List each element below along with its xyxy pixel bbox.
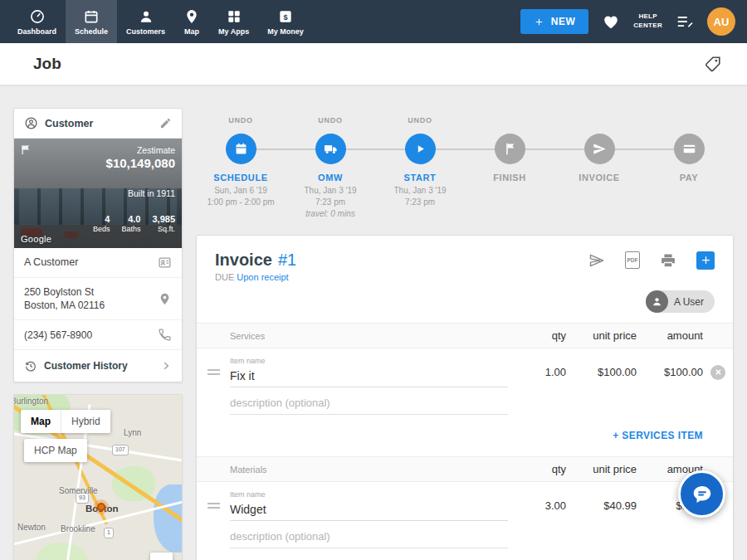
nav-my-money[interactable]: $ My Money: [258, 0, 313, 43]
col-unit-price: unit price: [566, 463, 637, 475]
pdf-button[interactable]: PDF: [625, 251, 640, 269]
sidebar: Customer Zestimate $10,149,080 Built in …: [13, 108, 183, 560]
user-avatar-small: [646, 290, 668, 313]
service-item-qty[interactable]: 1.00: [516, 366, 566, 378]
nav-customers[interactable]: Customers: [117, 0, 174, 43]
invoice-step-button[interactable]: [584, 134, 615, 164]
sqft-label: Sq.ft.: [152, 225, 175, 233]
main-column: UNDO SCHEDULE Sun, Jan 6 '19 1:00 pm - 2…: [196, 108, 734, 560]
customer-phone-row[interactable]: (234) 567-8900: [14, 320, 182, 350]
customer-card-header: Customer: [14, 109, 182, 139]
built-year: Built in 1911: [128, 188, 175, 198]
undo-start-button[interactable]: UNDO: [408, 116, 432, 125]
add-invoice-item-button[interactable]: [696, 251, 715, 270]
customer-card-title: Customer: [45, 118, 153, 129]
omw-step-label: OMW: [318, 173, 343, 183]
timeline-step-finish: FINISH: [465, 116, 554, 220]
service-description-input[interactable]: [230, 394, 508, 415]
invoice-number[interactable]: #1: [278, 251, 296, 270]
customer-circle-icon: [24, 116, 38, 130]
job-timeline: UNDO SCHEDULE Sun, Jan 6 '19 1:00 pm - 2…: [196, 108, 734, 230]
map-type-hybrid-button[interactable]: Hybrid: [61, 410, 110, 433]
help-center-button[interactable]: HELP CENTER: [633, 12, 662, 31]
nav-right-cluster: NEW HELP CENTER AU: [520, 0, 739, 43]
tasks-menu-button[interactable]: [676, 12, 694, 31]
pay-step-button[interactable]: [674, 134, 705, 164]
col-unit-price: unit price: [566, 329, 637, 342]
remove-service-item-button[interactable]: [710, 365, 725, 380]
nav-map[interactable]: Map: [174, 0, 209, 43]
due-value-link[interactable]: Upon receipt: [237, 272, 288, 282]
invoice-actions: PDF: [588, 251, 715, 270]
finish-step-button[interactable]: [495, 134, 525, 164]
col-amount: amount: [637, 329, 703, 342]
service-item-name-input[interactable]: [230, 367, 508, 387]
drag-cell: [197, 503, 230, 509]
invoice-step-label: INVOICE: [579, 173, 619, 183]
zoom-in-button[interactable]: +: [150, 553, 173, 560]
invoice-card: Invoice #1 PDF: [196, 235, 734, 560]
timeline-step-pay: PAY: [644, 116, 734, 220]
customer-history-row[interactable]: Customer History: [14, 350, 182, 382]
item-name-label: Item name: [230, 490, 516, 499]
add-service-item-link[interactable]: + SERVICES ITEM: [613, 430, 703, 441]
user-avatar[interactable]: AU: [707, 7, 735, 36]
services-heading: Services: [230, 331, 516, 341]
schedule-step-button[interactable]: [226, 134, 256, 164]
apps-grid-icon: [226, 8, 242, 25]
material-description-input[interactable]: [230, 528, 508, 548]
timeline-step-omw: UNDO OMW Thu, Jan 3 '19 7:23 pm travel: …: [286, 116, 375, 220]
customer-card: Customer Zestimate $10,149,080 Built in …: [13, 108, 183, 382]
material-desc-row: [197, 521, 733, 550]
nav-dashboard[interactable]: Dashboard: [8, 0, 66, 43]
address-line2: Boston, MA 02116: [24, 299, 105, 311]
customer-name-row[interactable]: A Customer: [14, 248, 182, 278]
customer-address: 250 Boylston St Boston, MA 02116: [24, 285, 158, 312]
referral-heart-button[interactable]: [602, 12, 620, 31]
service-desc-row: [197, 387, 733, 416]
services-section-header: Services qty unit price amount: [197, 323, 733, 348]
undo-omw-button[interactable]: UNDO: [318, 116, 343, 125]
chat-bubble-icon: [691, 483, 714, 506]
streetview-flag-icon: [20, 144, 32, 156]
credit-card-icon: [681, 141, 697, 157]
map-label-lynn: Lynn: [124, 428, 141, 437]
map-park: [36, 543, 87, 560]
nav-my-apps[interactable]: My Apps: [209, 0, 258, 43]
customer-address-row[interactable]: 250 Boylston St Boston, MA 02116: [14, 278, 182, 320]
hcp-map-button[interactable]: HCP Map: [24, 439, 87, 462]
nav-schedule-label: Schedule: [75, 27, 108, 36]
material-item-qty[interactable]: 3.00: [516, 499, 566, 512]
beds-label: Beds: [93, 225, 110, 233]
google-watermark: Google: [21, 234, 51, 244]
schedule-time: 1:00 pm - 2:00 pm: [207, 197, 274, 208]
new-button[interactable]: NEW: [520, 9, 589, 34]
map-type-map-button[interactable]: Map: [21, 410, 61, 433]
omw-step-details: Thu, Jan 3 '19 7:23 pm travel: 0 mins: [304, 185, 356, 220]
start-step-button[interactable]: [405, 134, 436, 164]
service-item-amount: $100.00: [637, 366, 703, 378]
undo-schedule-button[interactable]: UNDO: [228, 116, 253, 125]
job-tags-button[interactable]: [704, 55, 722, 73]
material-item-unit-price[interactable]: $40.99: [566, 499, 637, 512]
print-button[interactable]: [660, 252, 676, 269]
service-item-unit-price[interactable]: $100.00: [566, 366, 637, 378]
start-step-details: Thu, Jan 3 '19 7:23 pm: [393, 185, 446, 208]
zestimate-label: Zestimate: [106, 145, 175, 155]
material-item-name-input[interactable]: [230, 500, 508, 521]
stat-baths: 4.0 Baths: [121, 214, 140, 233]
map-canvas[interactable]: 107 93 1 Burlington Lynn Somerville Bost…: [14, 395, 182, 560]
drag-handle-icon[interactable]: [208, 369, 220, 375]
location-pin-icon: [158, 292, 172, 306]
baths-label: Baths: [121, 225, 140, 233]
omw-step-button[interactable]: [315, 134, 346, 164]
assigned-user-chip[interactable]: A User: [646, 290, 715, 313]
nav-schedule[interactable]: Schedule: [66, 0, 117, 43]
drag-handle-icon[interactable]: [208, 503, 220, 509]
drag-cell: [197, 369, 230, 375]
send-invoice-button[interactable]: [588, 252, 605, 269]
edit-customer-button[interactable]: [159, 117, 172, 129]
chat-launcher-button[interactable]: [678, 470, 725, 518]
schedule-step-details: Sun, Jan 6 '19 1:00 pm - 2:00 pm: [207, 185, 274, 208]
zestimate-value: $10,149,080: [106, 156, 175, 170]
